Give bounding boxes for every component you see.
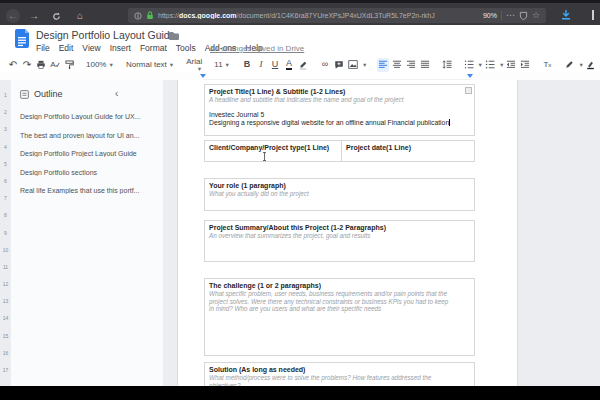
redo-icon[interactable]: ↷ (21, 58, 33, 72)
table-handle-icon[interactable] (465, 87, 472, 94)
document-page[interactable]: Project Title(1 Line) & Subtitle (1-2 Li… (177, 80, 518, 386)
numbered-list-icon[interactable] (463, 58, 475, 72)
text-color-button[interactable]: A (283, 58, 295, 72)
outline-title: Outline (34, 89, 63, 99)
date-cell[interactable]: Project date(1 Line) (342, 141, 474, 161)
styles-select[interactable]: Normal text▼ (126, 60, 174, 69)
section-description: What you actually did on the project (205, 190, 452, 198)
section-challenge[interactable]: The challenge (1 or 2 paragraphs) What s… (204, 278, 475, 356)
outline-item[interactable]: Design Portfolio sections (20, 169, 159, 176)
zoom-level-badge[interactable]: 90% (483, 12, 497, 19)
align-right-icon[interactable] (405, 58, 417, 72)
section-client-date[interactable]: Client/Company/Project type(1 Line) Proj… (204, 140, 475, 162)
italic-button[interactable]: I (255, 58, 267, 72)
download-icon[interactable] (561, 10, 571, 21)
section-heading: The challenge (1 or 2 paragraphs) (205, 279, 474, 290)
section-heading: Project Title(1 Line) & Subtitle (1-2 Li… (205, 85, 474, 96)
insert-image-icon[interactable] (347, 58, 359, 72)
insert-link-icon[interactable]: ∞ (319, 58, 331, 72)
zoom-select[interactable]: 100%▼ (86, 60, 114, 69)
align-center-icon[interactable] (391, 58, 403, 72)
document-area: 1234567891011121314151617 Outline ‹ Desi… (0, 80, 600, 386)
menu-item[interactable]: Tools (176, 43, 196, 53)
menu-item[interactable]: Insert (110, 43, 131, 53)
save-status[interactable]: All changes saved in Drive (210, 44, 304, 53)
menu-item[interactable]: File (36, 43, 50, 53)
url-bar[interactable]: https://docs.google.com/document/d/1C4K6… (128, 8, 546, 23)
outline-panel: Outline ‹ Design Portfolio Layout Guide … (11, 80, 163, 386)
bulleted-list-icon[interactable] (484, 58, 496, 72)
increase-indent-icon[interactable] (519, 58, 531, 72)
font-select[interactable]: Arial▼ (186, 57, 202, 72)
left-indent-marker[interactable] (200, 74, 206, 78)
line-spacing-icon[interactable] (441, 58, 453, 72)
align-justify-icon[interactable] (419, 58, 431, 72)
docs-header: Design Portfolio Layout Guide ☆ FileEdit… (0, 25, 600, 56)
right-indent-marker[interactable] (467, 74, 473, 78)
decrease-indent-icon[interactable] (505, 58, 517, 72)
undo-icon[interactable]: ↶ (7, 58, 19, 72)
section-description: An overview that summarizes the project,… (205, 232, 452, 240)
client-cell[interactable]: Client/Company/Project type(1 Line) (205, 141, 342, 161)
bulleted-list-caret[interactable]: ▼ (499, 62, 504, 68)
sidebar-toggle-icon[interactable] (592, 10, 600, 20)
ibeam-cursor-icon (262, 152, 267, 161)
paint-format-icon[interactable] (63, 58, 75, 72)
vertical-ruler[interactable]: 1234567891011121314151617 (0, 80, 11, 386)
spellcheck-icon[interactable]: A (49, 58, 61, 72)
outline-item[interactable]: Real life Examples that use this portf..… (20, 187, 159, 194)
page-actions-icon[interactable]: ⋯ (506, 11, 515, 20)
home-icon[interactable]: ⌂ (73, 9, 87, 23)
section-project-summary[interactable]: Project Summary/About this Project (1-2 … (204, 220, 475, 262)
outline-item[interactable]: Design Portfolio Project Layout Guide (20, 150, 159, 157)
menu-item[interactable]: Format (140, 43, 167, 53)
section-heading: Project Summary/About this Project (1-2 … (205, 221, 474, 232)
edit-pen-icon[interactable] (563, 58, 575, 72)
section-project-title[interactable]: Project Title(1 Line) & Subtitle (1-2 Li… (204, 84, 475, 136)
section-description: A headline and subtitle that indicates t… (205, 96, 452, 104)
section-heading: Your role (1 paragraph) (205, 179, 474, 190)
forward-icon[interactable]: → (27, 9, 41, 23)
section-description: What specific problem, user needs, busin… (205, 290, 452, 313)
numbered-list-caret[interactable]: ▼ (478, 62, 483, 68)
section-your-role[interactable]: Your role (1 paragraph) What you actuall… (204, 178, 475, 211)
urlbar-separator (501, 11, 502, 20)
print-icon[interactable] (35, 58, 47, 72)
insert-comment-icon[interactable] (333, 58, 345, 72)
align-left-icon[interactable] (377, 58, 389, 72)
highlight-color-icon[interactable] (297, 58, 309, 72)
edit-pen-caret[interactable]: ▼ (578, 62, 583, 68)
docs-logo-icon[interactable] (14, 29, 30, 50)
bold-button[interactable]: B (241, 58, 253, 72)
outline-item[interactable]: The best and proven layout for UI an... (20, 132, 159, 139)
menu-item[interactable]: Edit (59, 43, 74, 53)
clear-formatting-icon[interactable]: Tx (541, 58, 553, 72)
outline-icon (20, 90, 29, 99)
menu-item[interactable]: View (82, 43, 100, 53)
move-to-folder-icon[interactable] (169, 32, 179, 40)
star-document-icon[interactable]: ☆ (155, 31, 163, 40)
letterbox-bar (0, 386, 600, 400)
outline-list: Design Portfolio Layout Guide for UX...T… (20, 113, 159, 206)
section-heading: Solution (As long as needed) (205, 363, 474, 374)
section-value: Designing a responsive digital website f… (205, 119, 474, 128)
lock-icon (146, 11, 154, 20)
info-icon[interactable] (134, 12, 142, 20)
url-text: https://docs.google.com/document/d/1C4K6… (158, 12, 479, 19)
reload-icon[interactable] (49, 9, 63, 23)
format-toolbar: ↶ ↷ A 100%▼ Normal text▼ Arial▼ 11▼ B I … (0, 56, 600, 73)
horizontal-ruler[interactable]: 21 123456789101112131415161718 (0, 73, 600, 80)
collapse-outline-icon[interactable]: ‹ (115, 89, 118, 99)
border-color-pen-icon[interactable] (585, 58, 597, 72)
text-cursor-caret (449, 119, 450, 126)
underline-button[interactable]: U (269, 58, 281, 72)
font-size-select[interactable]: 11▼ (214, 60, 230, 69)
back-icon[interactable]: ← (6, 9, 20, 23)
outline-item[interactable]: Design Portfolio Layout Guide for UX... (20, 113, 159, 120)
insert-image-caret[interactable]: ▼ (362, 62, 367, 68)
section-value: Investec Journal 5 (205, 111, 474, 120)
shield-icon[interactable] (519, 11, 528, 20)
bookmark-star-icon[interactable]: ☆ (532, 11, 540, 20)
screen: ← → ⌂ https://docs.google.com/document/d… (0, 0, 600, 400)
browser-toolbar: ← → ⌂ https://docs.google.com/document/d… (0, 0, 600, 25)
